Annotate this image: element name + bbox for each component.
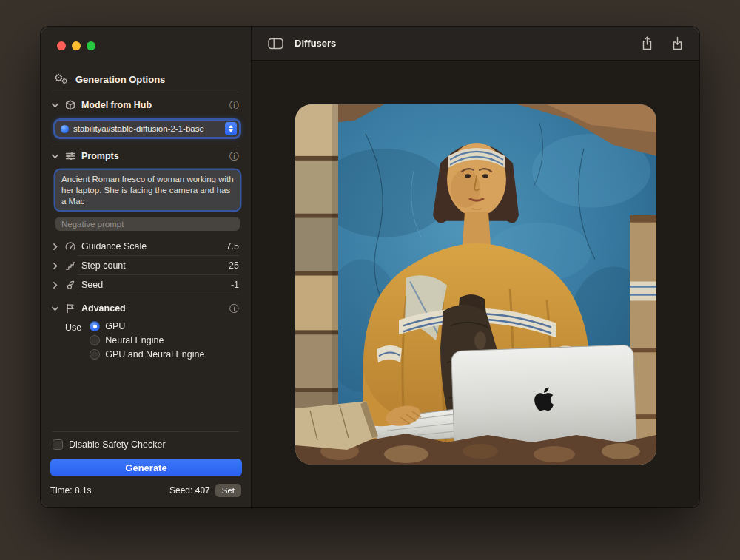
safety-checker-label: Disable Safety Checker (69, 439, 166, 450)
fresco-artwork (295, 104, 656, 465)
image-canvas (252, 61, 699, 507)
popup-stepper-icon (225, 122, 237, 135)
seed-value: -1 (231, 280, 239, 290)
prompt-input[interactable]: Ancient Roman fresco of woman working wi… (56, 170, 240, 210)
checkbox-icon[interactable] (53, 439, 63, 450)
window-controls (41, 27, 251, 50)
model-section-header: Model from Hub ⓘ (51, 95, 239, 115)
model-label: Model from Hub (81, 100, 152, 110)
generation-options-title: Generation Options (75, 74, 165, 85)
window-title: Diffusers (295, 38, 336, 49)
seed-status: Seed: 407 (169, 485, 210, 496)
info-icon[interactable]: ⓘ (229, 304, 239, 314)
chevron-down-icon[interactable] (51, 101, 59, 109)
step-count-label: Step count (81, 260, 126, 271)
radio-icon[interactable] (90, 335, 100, 345)
info-icon[interactable]: ⓘ (229, 152, 239, 161)
minimize-button[interactable] (72, 41, 81, 50)
titlebar: Diffusers (252, 27, 699, 61)
compute-unit-group: Use GPU Neural Engine GPU and Neural Eng… (65, 321, 239, 360)
chevron-right-icon[interactable] (51, 243, 59, 251)
gears-icon: ⚙⚙ (54, 72, 69, 86)
main-pane: Diffusers (252, 27, 699, 507)
negative-prompt-input[interactable] (56, 217, 240, 231)
flag-icon (64, 303, 76, 314)
model-dot-icon (61, 125, 69, 133)
guidance-scale-row: Guidance Scale 7.5 (51, 237, 239, 256)
stairs-icon (64, 260, 76, 271)
share-icon[interactable] (642, 36, 653, 50)
time-status: Time: 8.1s (50, 485, 92, 496)
info-icon[interactable]: ⓘ (229, 101, 239, 110)
chevron-down-icon[interactable] (51, 152, 59, 161)
zoom-button[interactable] (87, 41, 95, 50)
step-count-row: Step count 25 (51, 256, 239, 275)
guidance-scale-label: Guidance Scale (81, 241, 147, 252)
prompts-label: Prompts (81, 151, 119, 161)
sidebar-spacer (41, 360, 251, 425)
guidance-scale-value: 7.5 (226, 241, 239, 252)
chevron-right-icon[interactable] (51, 281, 59, 289)
download-icon[interactable] (672, 36, 683, 50)
sprout-icon (64, 280, 76, 290)
advanced-label: Advanced (81, 303, 126, 314)
divider (53, 92, 239, 92)
sidebar: ⚙⚙ Generation Options Model from Hub ⓘ s… (41, 27, 252, 507)
set-seed-button[interactable]: Set (215, 484, 241, 497)
radio-option-gpu-and-neural-engine[interactable]: GPU and Neural Engine (90, 349, 204, 360)
radio-selected-icon[interactable] (90, 321, 100, 331)
sidebar-toggle-icon[interactable] (268, 38, 283, 50)
sliders-icon (64, 151, 76, 161)
gauge-icon (64, 241, 76, 252)
cube-icon (64, 100, 76, 110)
prompts-section-header: Prompts ⓘ (51, 146, 239, 166)
chevron-down-icon[interactable] (51, 305, 59, 313)
use-label: Use (65, 321, 81, 360)
radio-icon[interactable] (90, 349, 100, 360)
model-select[interactable]: stabilityai/stable-diffusion-2-1-base (56, 121, 239, 137)
seed-row: Seed -1 (51, 275, 239, 294)
model-value: stabilityai/stable-diffusion-2-1-base (73, 124, 221, 133)
radio-label: Neural Engine (105, 335, 164, 345)
radio-label: GPU and Neural Engine (105, 349, 204, 360)
radio-option-gpu[interactable]: GPU (90, 321, 204, 331)
radio-label: GPU (105, 321, 125, 331)
generation-options-header: ⚙⚙ Generation Options (54, 72, 239, 86)
chevron-right-icon[interactable] (51, 262, 59, 270)
divider (53, 431, 239, 432)
seed-label: Seed (81, 280, 103, 290)
generated-image (295, 104, 656, 465)
safety-checker-row[interactable]: Disable Safety Checker (53, 439, 239, 450)
generate-button[interactable]: Generate (50, 459, 242, 476)
parameters: Guidance Scale 7.5 Step count 25 (41, 237, 251, 294)
close-button[interactable] (57, 41, 66, 50)
diffusers-window: ⚙⚙ Generation Options Model from Hub ⓘ s… (41, 27, 699, 507)
step-count-value: 25 (229, 260, 239, 271)
radio-option-neural-engine[interactable]: Neural Engine (90, 335, 204, 345)
advanced-section-header: Advanced ⓘ (51, 299, 239, 318)
status-bar: Time: 8.1s Seed: 407 Set (50, 484, 241, 497)
